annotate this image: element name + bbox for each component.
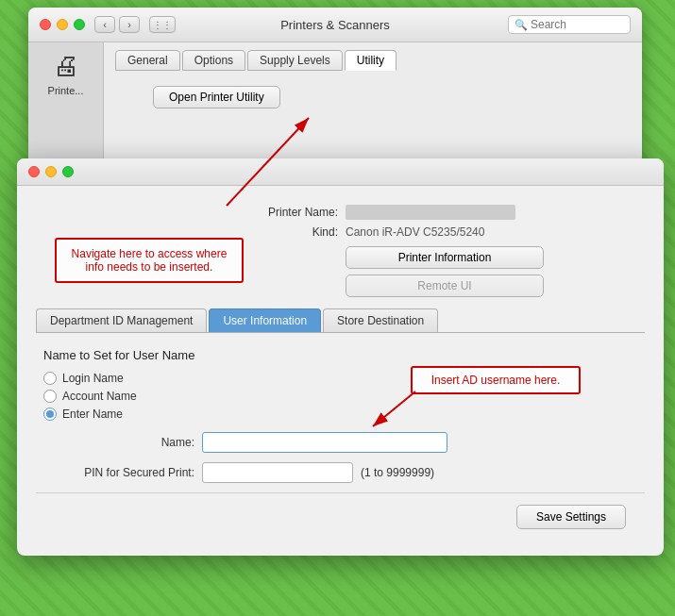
printer-information-button[interactable]: Printer Information	[346, 246, 544, 269]
top-green-light[interactable]	[74, 19, 85, 30]
radio-label-account: Account Name	[62, 390, 137, 403]
top-title-bar: ‹ › ⋮⋮ Printers & Scanners 🔍	[28, 8, 642, 42]
tab-store-destination[interactable]: Store Destination	[323, 308, 438, 332]
name-field-row: Name:	[43, 432, 637, 453]
top-traffic-lights	[40, 19, 85, 30]
printer-name-label: Printer Name:	[244, 206, 338, 219]
annotation-navigate: Navigate here to access where info needs…	[55, 238, 244, 283]
top-tab-bar: General Options Supply Levels Utility	[115, 50, 631, 71]
printer-sidebar-label: Printe...	[48, 85, 84, 96]
kind-row: Kind: Canon iR-ADV C5235/5240	[244, 225, 645, 239]
remote-ui-button[interactable]: Remote UI	[346, 275, 544, 297]
main-dialog-window: Navigate here to access where info needs…	[17, 158, 664, 556]
pin-hint: (1 to 9999999)	[361, 466, 434, 479]
radio-enter-name[interactable]: Enter Name	[43, 408, 637, 421]
nav-buttons: ‹ ›	[94, 16, 140, 33]
printer-sidebar: 🖨 Printe...	[28, 42, 104, 165]
name-input[interactable]	[202, 432, 447, 453]
main-title-bar	[17, 158, 664, 186]
radio-circle-login[interactable]	[43, 372, 57, 385]
radio-label-login: Login Name	[62, 372, 124, 385]
top-window-title: Printers & Scanners	[280, 18, 390, 32]
main-traffic-lights	[28, 166, 74, 177]
kind-value: Canon iR-ADV C5235/5240	[346, 225, 484, 239]
pin-label: PIN for Secured Print:	[43, 466, 194, 479]
tab-supply-levels[interactable]: Supply Levels	[247, 50, 343, 71]
annotation-ad-username: Insert AD username here.	[411, 366, 581, 394]
pin-field-row: PIN for Secured Print: (1 to 9999999)	[43, 462, 637, 483]
top-yellow-light[interactable]	[57, 19, 68, 30]
tab-utility[interactable]: Utility	[345, 50, 397, 71]
search-icon: 🔍	[515, 19, 528, 31]
top-red-light[interactable]	[40, 19, 51, 30]
printer-info-section: Printer Name: Kind: Canon iR-ADV C5235/5…	[244, 205, 645, 297]
printers-scanners-window: ‹ › ⋮⋮ Printers & Scanners 🔍 🖨 Printe...…	[28, 8, 642, 165]
printer-name-value	[346, 205, 515, 220]
radio-label-enter: Enter Name	[62, 408, 123, 421]
tab-general[interactable]: General	[115, 50, 180, 71]
kind-label: Kind:	[244, 225, 338, 239]
top-window-body: 🖨 Printe... General Options Supply Level…	[28, 42, 642, 165]
radio-circle-enter[interactable]	[43, 408, 57, 421]
pin-input[interactable]	[202, 462, 353, 483]
main-yellow-light[interactable]	[45, 166, 57, 177]
tab-department-id[interactable]: Department ID Management	[36, 308, 207, 332]
form-section-title: Name to Set for User Name	[43, 348, 637, 362]
main-green-light[interactable]	[62, 166, 74, 177]
forward-button[interactable]: ›	[119, 16, 140, 33]
action-buttons: Printer Information Remote UI	[346, 246, 645, 297]
bottom-bar: Save Settings	[36, 492, 645, 541]
open-printer-utility-button[interactable]: Open Printer Utility	[153, 86, 280, 108]
tab-options[interactable]: Options	[182, 50, 245, 71]
search-input[interactable]	[531, 18, 624, 31]
tab-user-information[interactable]: User Information	[209, 308, 321, 332]
printer-sidebar-item[interactable]: 🖨 Printe...	[48, 50, 84, 96]
search-box[interactable]: 🔍	[508, 15, 631, 34]
grid-button[interactable]: ⋮⋮	[149, 16, 176, 33]
top-tabs-area: General Options Supply Levels Utility Op…	[104, 42, 642, 165]
radio-circle-account[interactable]	[43, 390, 57, 403]
printer-name-row: Printer Name:	[244, 205, 645, 220]
save-settings-button[interactable]: Save Settings	[516, 505, 626, 529]
name-field-label: Name:	[43, 436, 194, 449]
inner-tab-bar: Department ID Management User Informatio…	[36, 308, 645, 333]
main-red-light[interactable]	[28, 166, 40, 177]
printer-icon: 🖨	[48, 50, 84, 81]
back-button[interactable]: ‹	[94, 16, 115, 33]
